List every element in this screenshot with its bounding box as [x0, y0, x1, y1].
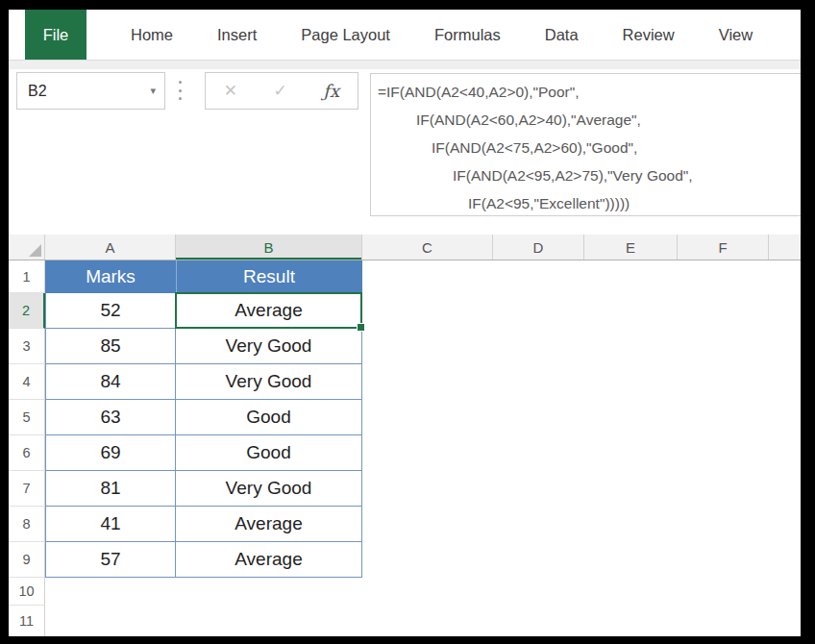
cell-b9[interactable]: Average [176, 542, 362, 578]
more-options-icon [179, 81, 182, 100]
column-header-partial[interactable] [769, 235, 801, 260]
name-box-dropdown-icon[interactable]: ▾ [150, 85, 164, 97]
tab-insert[interactable]: Insert [217, 10, 257, 60]
cell-a6[interactable]: 69 [45, 435, 176, 471]
cell-a3[interactable]: 85 [45, 329, 176, 364]
sheet-row-9: 9 57 Average [9, 542, 801, 578]
column-header-d[interactable]: D [493, 235, 584, 260]
name-box-value: B2 [17, 83, 150, 100]
column-header-b[interactable]: B [176, 235, 362, 260]
column-header-c[interactable]: C [362, 235, 493, 260]
cell-b4[interactable]: Very Good [176, 364, 362, 400]
column-header-row: A B C D E F [9, 235, 801, 260]
sheet-row-3: 3 85 Very Good [9, 329, 801, 364]
cell-a1[interactable]: Marks [45, 260, 176, 293]
sheet-row-2: 2 52 Average [9, 293, 801, 329]
tab-file[interactable]: File [25, 10, 86, 60]
name-box[interactable]: B2 ▾ [16, 72, 165, 110]
cell-b7[interactable]: Very Good [176, 471, 362, 507]
row-header-8[interactable]: 8 [9, 507, 45, 542]
column-header-f[interactable]: F [678, 235, 769, 260]
cell-b2-selected[interactable]: Average [176, 293, 362, 329]
cell-b6[interactable]: Good [176, 435, 362, 471]
excel-window: File Home Insert Page Layout Formulas Da… [9, 10, 801, 636]
formula-line: IF(AND(A2<95,A2>75),"Very Good", [371, 161, 801, 189]
cell-b3[interactable]: Very Good [176, 329, 362, 364]
cell-b8[interactable]: Average [176, 507, 362, 542]
screenshot-frame: File Home Insert Page Layout Formulas Da… [0, 0, 815, 644]
row-header-3[interactable]: 3 [9, 329, 45, 364]
sheet-row-7: 7 81 Very Good [9, 471, 801, 507]
row-header-6[interactable]: 6 [9, 435, 45, 471]
column-header-a[interactable]: A [45, 235, 176, 260]
row-header-5[interactable]: 5 [9, 400, 45, 435]
formula-bar-input[interactable]: =IF(AND(A2<40,A2>0),"Poor", IF(AND(A2<60… [370, 73, 801, 216]
cell-a7[interactable]: 81 [45, 471, 176, 507]
row-header-4[interactable]: 4 [9, 364, 45, 400]
tab-page-layout[interactable]: Page Layout [301, 10, 390, 60]
sheet-grid: 1 Marks Result 2 52 Average 3 85 Very Go… [9, 260, 801, 636]
row-header-10[interactable]: 10 [9, 578, 45, 606]
formula-line: IF(AND(A2<60,A2>40),"Average", [371, 106, 801, 134]
cell-b1[interactable]: Result [176, 260, 362, 293]
row-header-11[interactable]: 11 [9, 606, 45, 636]
formula-buttons: ✕ ✓ ƒx [205, 72, 358, 110]
sheet-row-11: 11 [9, 606, 801, 636]
sheet-row-5: 5 63 Good [9, 400, 801, 435]
formula-line: IF(A2<95,"Excellent"))))) [371, 189, 801, 217]
row-header-7[interactable]: 7 [9, 471, 45, 507]
insert-function-icon[interactable]: ƒx [323, 81, 339, 101]
sheet-row-1: 1 Marks Result [9, 260, 801, 293]
cell-a9[interactable]: 57 [45, 542, 176, 578]
ribbon-tab-bar: File Home Insert Page Layout Formulas Da… [9, 10, 801, 60]
cancel-icon[interactable]: ✕ [224, 81, 237, 101]
row-header-9[interactable]: 9 [9, 542, 45, 578]
row-header-2[interactable]: 2 [9, 293, 45, 329]
collapsed-ribbon-strip [9, 60, 801, 69]
row-header-1[interactable]: 1 [9, 260, 45, 293]
tab-data[interactable]: Data [545, 10, 579, 60]
select-all-triangle-icon [29, 244, 41, 257]
cell-a5[interactable]: 63 [45, 400, 176, 435]
enter-icon[interactable]: ✓ [274, 81, 287, 101]
cell-a4[interactable]: 84 [45, 364, 176, 400]
sheet-row-8: 8 41 Average [9, 507, 801, 542]
formula-line: IF(AND(A2<75,A2>60),"Good", [371, 134, 801, 161]
sheet-row-6: 6 69 Good [9, 435, 801, 471]
tab-view[interactable]: View [719, 10, 753, 60]
cell-b5[interactable]: Good [176, 400, 362, 435]
column-header-e[interactable]: E [584, 235, 678, 260]
tab-formulas[interactable]: Formulas [434, 10, 501, 60]
sheet-row-4: 4 84 Very Good [9, 364, 801, 400]
tab-review[interactable]: Review [623, 10, 675, 60]
cell-a8[interactable]: 41 [45, 507, 176, 542]
cell-a2[interactable]: 52 [45, 293, 176, 329]
select-all-button[interactable] [9, 235, 45, 260]
tab-home[interactable]: Home [131, 10, 173, 60]
sheet-row-10: 10 [9, 578, 801, 606]
formula-line: =IF(AND(A2<40,A2>0),"Poor", [371, 78, 801, 106]
